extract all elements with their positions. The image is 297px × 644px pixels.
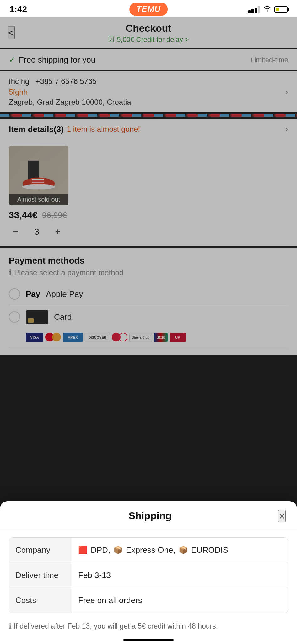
address-name: fhc hg [9,77,29,86]
quantity-value: 3 [32,227,41,237]
costs-label: Costs [9,588,72,613]
status-icons [248,5,288,14]
card-logos: VISA AMEX DISCOVER Diners Club JCB UP [9,333,186,342]
costs-value: Free on all orders [72,588,288,613]
deliver-time-value: Feb 3-13 [72,563,288,588]
limited-time-badge: Limited-time [251,56,288,64]
card-icon [26,310,48,324]
status-time: 1:42 [9,4,27,14]
svg-rect-1 [28,161,39,180]
item-details-header[interactable]: Item details(3) 1 item is almost gone! › [0,119,297,140]
shipping-modal: Shipping × Company 🟥 DPD, 📦 Express One,… [0,501,297,644]
mastercard-logo [45,333,61,342]
card-radio[interactable] [9,311,20,323]
payment-subtitle: ℹ Please select a payment method [9,268,288,277]
payment-title: Payment methods [9,256,288,266]
back-button[interactable]: < [8,26,15,39]
discover-logo: DISCOVER [85,333,110,342]
modal-header: Shipping × [0,501,297,530]
free-shipping-text: Free shipping for you [19,55,95,65]
delivery-note-icon: ℹ [9,622,14,630]
shipping-deliver-row: Deliver time Feb 3-13 [9,563,288,588]
address-name-phone: fhc hg +385 7 6576 5765 [9,77,288,86]
apple-pay-icon: Pay [26,289,40,299]
express-one-icon: 📦 [113,546,123,554]
amex-logo: AMEX [63,333,83,342]
product-price: 33,44€ 96,99€ [9,210,288,220]
address-city: Zagreb, Grad Zagreb 10000, Croatia [9,98,288,107]
apple-pay-radio[interactable] [9,288,20,300]
delivery-note: ℹ If delivered after Feb 13, you will ge… [0,621,297,632]
credit-delay-text[interactable]: 5,00€ Credit for delay > [117,36,189,44]
shield-icon: ☑ [108,36,114,44]
company-value: 🟥 DPD, 📦 Express One, 📦 EURODIS [72,538,288,563]
modal-title: Shipping [22,510,278,522]
apple-pay-label: Apple Pay [46,289,83,299]
main-content: < Checkout ☑ 5,00€ Credit for delay > ✓ … [0,17,297,355]
shipping-table: Company 🟥 DPD, 📦 Express One, 📦 EURODIS … [9,537,288,613]
checkout-title: Checkout [19,23,278,34]
free-shipping-left: ✓ Free shipping for you [9,55,95,65]
quantity-decrease-button[interactable]: − [9,225,23,239]
price-current: 33,44€ [9,210,38,220]
address-chevron-icon: › [285,87,288,97]
eurodis-icon: 📦 [179,546,188,554]
status-bar: 1:42 TEMU [0,0,297,17]
item-details-title: Item details(3) [9,125,64,134]
modal-close-button[interactable]: × [278,510,286,522]
shipping-costs-row: Costs Free on all orders [9,588,288,613]
payment-subtitle-text: Please select a payment method [14,268,123,277]
free-shipping-bar: ✓ Free shipping for you Limited-time [0,49,297,70]
card-chip [28,318,34,323]
signal-icon [248,6,260,13]
info-icon: ℹ [9,268,12,277]
temu-logo: TEMU [129,3,168,16]
eurodis-text: EURODIS [191,545,228,555]
visa-logo: VISA [26,333,43,342]
dinersclub-logo: Diners Club [129,333,152,342]
dpd-text: DPD, [91,545,110,555]
item-details-chevron-icon: › [285,124,288,134]
product-section: Almost sold out 33,44€ 96,99€ − 3 + [0,140,297,246]
price-original: 96,99€ [42,210,67,220]
address-section[interactable]: fhc hg +385 7 6576 5765 5fghh Zagreb, Gr… [0,71,297,112]
diners-logo [112,333,127,342]
wifi-icon [263,5,271,14]
dpd-icon: 🟥 [78,546,88,554]
address-street: 5fghh [9,88,288,97]
credit-delay-row: ☑ 5,00€ Credit for delay > [19,36,278,44]
quantity-increase-button[interactable]: + [51,225,65,239]
almost-sold-out-badge: Almost sold out [9,194,68,205]
jcb-logo: JCB [154,333,168,342]
item-details-left: Item details(3) 1 item is almost gone! [9,125,140,134]
address-phone: +385 7 6576 5765 [35,77,96,86]
express-one-text: Express One, [126,545,176,555]
payment-section: Payment methods ℹ Please select a paymen… [0,248,297,355]
svg-point-3 [22,184,55,189]
apple-pay-option[interactable]: Pay Apple Pay [9,283,288,305]
card-label: Card [54,312,72,322]
battery-icon [274,6,288,13]
checkmark-icon: ✓ [9,55,16,65]
company-label: Company [9,538,72,563]
checkout-header: < Checkout ☑ 5,00€ Credit for delay > [0,17,297,48]
card-option[interactable]: Card VISA AMEX DISCOVER Diners Club JCB … [9,305,288,347]
product-image-wrapper: Almost sold out [9,146,68,205]
dashed-separator [0,114,297,117]
deliver-time-label: Deliver time [9,563,72,588]
almost-gone-warning: 1 item is almost gone! [67,125,140,134]
home-indicator [123,639,174,641]
delivery-note-text: If delivered after Feb 13, you will get … [14,622,218,630]
unionpay-logo: UP [170,333,186,342]
shipping-company-row: Company 🟥 DPD, 📦 Express One, 📦 EURODIS [9,538,288,563]
quantity-control: − 3 + [9,225,288,239]
